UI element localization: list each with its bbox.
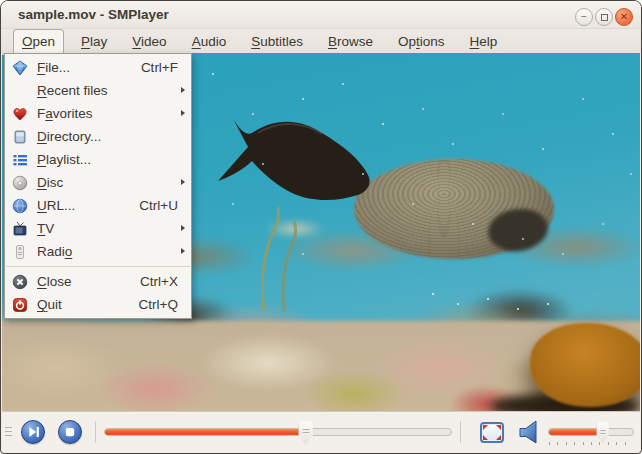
shortcut: Ctrl+U — [139, 198, 178, 213]
orange-coral — [530, 323, 640, 407]
submenu-arrow-icon — [181, 248, 185, 254]
menu-play[interactable]: Play — [73, 29, 115, 53]
window-title: sample.mov - SMPlayer — [18, 7, 169, 22]
menu-item-label: Close — [37, 274, 72, 289]
toolbar-separator — [95, 421, 96, 443]
menu-item-label: Directory... — [37, 129, 101, 144]
menu-separator — [6, 266, 190, 267]
menu-item-tv[interactable]: TV — [5, 217, 191, 240]
directory-icon — [11, 128, 28, 145]
menubar: Open Play Video Audio Subtitles Browse O… — [1, 29, 641, 53]
speaker-icon — [515, 419, 541, 445]
seek-handle[interactable] — [298, 421, 313, 445]
stop-icon — [59, 420, 81, 444]
toolbar-separator — [460, 421, 461, 443]
close-icon: ✕ — [620, 12, 628, 22]
menu-browse[interactable]: Browse — [320, 29, 381, 53]
volume-slider-area — [548, 428, 634, 436]
stop-button[interactable] — [58, 420, 82, 444]
menu-subtitles[interactable]: Subtitles — [243, 29, 311, 53]
minimize-icon: − — [581, 12, 587, 22]
control-bar — [2, 411, 640, 452]
power-icon — [11, 296, 28, 313]
close-button[interactable]: ✕ — [615, 8, 633, 26]
volume-handle[interactable] — [596, 422, 609, 443]
close-circle-icon — [11, 273, 28, 290]
menu-item-disc[interactable]: Disc — [5, 171, 191, 194]
empty-icon-slot — [11, 82, 28, 99]
menu-item-label: URL... — [37, 198, 75, 213]
window-controls: − ✕ — [575, 8, 633, 26]
menu-item-directory[interactable]: Directory... — [5, 125, 191, 148]
menu-play-label: Play — [81, 34, 107, 49]
fullscreen-corner-icon — [483, 425, 488, 430]
menu-help-label: Help — [470, 34, 498, 49]
fullscreen-corner-icon — [496, 435, 501, 440]
volume-fill — [549, 429, 603, 435]
menu-item-label: Quit — [37, 297, 62, 312]
fullscreen-corner-icon — [483, 435, 488, 440]
disc-icon — [11, 174, 28, 191]
heart-icon — [11, 105, 28, 122]
menu-item-label: Playlist... — [37, 152, 91, 167]
tv-icon — [11, 220, 28, 237]
menu-open-label: Open — [22, 34, 55, 49]
playlist-icon — [11, 151, 28, 168]
menu-item-playlist[interactable]: Playlist... — [5, 148, 191, 171]
smplayer-window: sample.mov - SMPlayer − ✕ Open Play Vide… — [0, 0, 642, 454]
maximize-icon — [601, 14, 608, 21]
volume-slider[interactable] — [548, 428, 634, 436]
menu-browse-label: Browse — [328, 34, 373, 49]
menu-item-label: Radio — [37, 244, 72, 259]
submenu-arrow-icon — [181, 179, 185, 185]
menu-open[interactable]: Open — [13, 29, 64, 53]
submenu-arrow-icon — [181, 110, 185, 116]
toolbar-grip-handle[interactable] — [5, 427, 12, 438]
menu-item-close[interactable]: Close Ctrl+X — [5, 270, 191, 293]
menu-item-quit[interactable]: Quit Ctrl+Q — [5, 293, 191, 316]
menu-video-label: Video — [132, 34, 166, 49]
menu-item-label: Disc — [37, 175, 63, 190]
menu-item-favorites[interactable]: Favorites — [5, 102, 191, 125]
submenu-arrow-icon — [181, 87, 185, 93]
file-icon — [11, 59, 28, 76]
menu-item-label: Favorites — [37, 106, 93, 121]
menu-audio[interactable]: Audio — [184, 29, 235, 53]
play-pause-icon — [22, 420, 44, 444]
shortcut: Ctrl+Q — [139, 297, 178, 312]
menu-item-label: File... — [37, 60, 70, 75]
menu-subtitles-label: Subtitles — [251, 34, 303, 49]
volume-mute-button[interactable] — [515, 419, 541, 445]
fish-silhouette — [214, 107, 382, 209]
menu-help[interactable]: Help — [462, 29, 506, 53]
menu-item-file[interactable]: File... Ctrl+F — [5, 56, 191, 79]
maximize-button[interactable] — [595, 8, 613, 26]
menu-video[interactable]: Video — [124, 29, 174, 53]
radio-icon — [11, 243, 28, 260]
fullscreen-corner-icon — [496, 425, 501, 430]
minimize-button[interactable]: − — [575, 8, 593, 26]
menu-item-recent-files[interactable]: Recent files — [5, 79, 191, 102]
menu-item-url[interactable]: URL... Ctrl+U — [5, 194, 191, 217]
menu-options[interactable]: Options — [390, 29, 453, 53]
menu-item-label: Recent files — [37, 83, 108, 98]
volume-tick-marks — [549, 442, 633, 445]
titlebar[interactable]: sample.mov - SMPlayer − ✕ — [1, 1, 641, 29]
menu-options-label: Options — [398, 34, 445, 49]
globe-icon — [11, 197, 28, 214]
play-pause-button[interactable] — [21, 420, 45, 444]
open-menu-dropdown: File... Ctrl+F Recent files Favorites — [4, 53, 192, 319]
seek-fill — [105, 429, 306, 435]
sea-whip-stalks — [250, 193, 304, 311]
fullscreen-button[interactable] — [480, 422, 504, 443]
seek-slider[interactable] — [104, 428, 452, 436]
menu-item-radio[interactable]: Radio — [5, 240, 191, 263]
shortcut: Ctrl+X — [140, 274, 178, 289]
shortcut: Ctrl+F — [141, 60, 178, 75]
menu-audio-label: Audio — [192, 34, 227, 49]
menu-item-label: TV — [37, 221, 54, 236]
submenu-arrow-icon — [181, 225, 185, 231]
